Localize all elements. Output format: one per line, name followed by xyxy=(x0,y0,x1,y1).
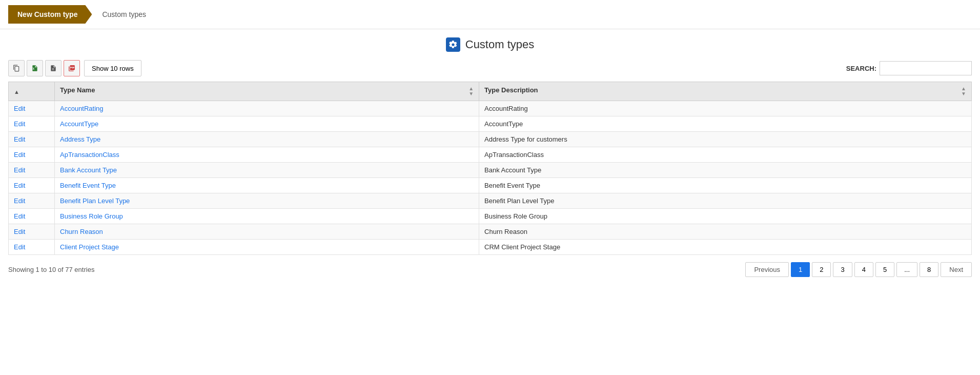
type-name-cell: AccountType xyxy=(55,116,479,132)
type-description-cell: AccountRating xyxy=(479,101,972,116)
pdf-button[interactable] xyxy=(64,60,80,76)
col-header-type-name[interactable]: Type Name ▲▼ xyxy=(55,82,479,101)
edit-cell: Edit xyxy=(9,132,55,147)
edit-link[interactable]: Edit xyxy=(14,166,25,174)
type-description-cell: Benefit Plan Level Type xyxy=(479,193,972,209)
table-header-row: ▲ Type Name ▲▼ Type Description ▲▼ xyxy=(9,82,972,101)
type-name-link[interactable]: Churn Reason xyxy=(60,228,103,235)
type-name-link[interactable]: Benefit Plan Level Type xyxy=(60,197,130,205)
table-row: EditAddress TypeAddress Type for custome… xyxy=(9,132,972,147)
next-button[interactable]: Next xyxy=(941,262,972,277)
col-header-type-description[interactable]: Type Description ▲▼ xyxy=(479,82,972,101)
table-container: ▲ Type Name ▲▼ Type Description ▲▼ EditA… xyxy=(0,82,980,255)
edit-cell: Edit xyxy=(9,101,55,116)
page-5-button[interactable]: 5 xyxy=(875,262,894,277)
type-name-cell: Benefit Plan Level Type xyxy=(55,193,479,209)
edit-link[interactable]: Edit xyxy=(14,197,25,205)
page-1-button[interactable]: 1 xyxy=(791,262,810,277)
edit-cell: Edit xyxy=(9,193,55,209)
type-description-cell: Address Type for customers xyxy=(479,132,972,147)
type-description-cell: CRM Client Project Stage xyxy=(479,240,972,255)
type-name-cell: AccountRating xyxy=(55,101,479,116)
type-name-link[interactable]: AccountType xyxy=(60,120,98,128)
edit-link[interactable]: Edit xyxy=(14,151,25,159)
edit-cell: Edit xyxy=(9,209,55,224)
type-name-link[interactable]: Business Role Group xyxy=(60,212,123,220)
page-title-area: Custom types xyxy=(0,29,980,57)
previous-button[interactable]: Previous xyxy=(745,262,789,277)
copy-button[interactable] xyxy=(8,60,25,76)
type-name-cell: Business Role Group xyxy=(55,209,479,224)
page-2-button[interactable]: 2 xyxy=(812,262,831,277)
type-description-cell: Bank Account Type xyxy=(479,163,972,178)
edit-cell: Edit xyxy=(9,240,55,255)
type-name-cell: Address Type xyxy=(55,132,479,147)
type-description-cell: Business Role Group xyxy=(479,209,972,224)
sort-arrows-type-desc: ▲▼ xyxy=(961,86,966,96)
search-input[interactable] xyxy=(880,61,972,75)
header: New Custom type Custom types xyxy=(0,0,980,29)
type-description-cell: Churn Reason xyxy=(479,224,972,240)
type-name-cell: ApTransactionClass xyxy=(55,147,479,163)
search-label: SEARCH: xyxy=(846,65,876,72)
edit-cell: Edit xyxy=(9,116,55,132)
edit-link[interactable]: Edit xyxy=(14,212,25,220)
table-row: EditChurn ReasonChurn Reason xyxy=(9,224,972,240)
footer: Showing 1 to 10 of 77 entries Previous 1… xyxy=(0,255,980,284)
type-description-cell: ApTransactionClass xyxy=(479,147,972,163)
toolbar: Show 10 rows SEARCH: xyxy=(0,57,980,80)
type-name-link[interactable]: Client Project Stage xyxy=(60,243,119,251)
table-row: EditAccountTypeAccountType xyxy=(9,116,972,132)
page-title: Custom types xyxy=(465,38,535,51)
breadcrumb: Custom types xyxy=(102,10,146,18)
table-row: EditAccountRatingAccountRating xyxy=(9,101,972,116)
edit-cell: Edit xyxy=(9,147,55,163)
edit-link[interactable]: Edit xyxy=(14,228,25,235)
edit-link[interactable]: Edit xyxy=(14,120,25,128)
edit-cell: Edit xyxy=(9,178,55,193)
table-body: EditAccountRatingAccountRatingEditAccoun… xyxy=(9,101,972,255)
edit-link[interactable]: Edit xyxy=(14,135,25,143)
col-header-actions: ▲ xyxy=(9,82,55,101)
table-row: EditClient Project StageCRM Client Proje… xyxy=(9,240,972,255)
type-name-link[interactable]: Address Type xyxy=(60,135,100,143)
page-8-button[interactable]: 8 xyxy=(920,262,938,277)
edit-cell: Edit xyxy=(9,163,55,178)
edit-link[interactable]: Edit xyxy=(14,182,25,189)
edit-cell: Edit xyxy=(9,224,55,240)
new-custom-type-button[interactable]: New Custom type xyxy=(8,5,92,24)
sort-arrows-type-name: ▲▼ xyxy=(468,86,474,96)
table-row: EditApTransactionClassApTransactionClass xyxy=(9,147,972,163)
type-name-cell: Bank Account Type xyxy=(55,163,479,178)
page-4-button[interactable]: 4 xyxy=(854,262,873,277)
page-3-button[interactable]: 3 xyxy=(833,262,852,277)
table-row: EditBusiness Role GroupBusiness Role Gro… xyxy=(9,209,972,224)
type-description-cell: AccountType xyxy=(479,116,972,132)
pagination: Previous 1 2 3 4 5 ... 8 Next xyxy=(745,262,972,277)
type-name-cell: Client Project Stage xyxy=(55,240,479,255)
settings-icon xyxy=(446,37,460,52)
type-description-cell: Benefit Event Type xyxy=(479,178,972,193)
type-name-cell: Benefit Event Type xyxy=(55,178,479,193)
table-row: EditBenefit Plan Level TypeBenefit Plan … xyxy=(9,193,972,209)
search-area: SEARCH: xyxy=(846,61,972,75)
col-type-name-label: Type Name xyxy=(60,86,95,94)
type-name-cell: Churn Reason xyxy=(55,224,479,240)
type-name-link[interactable]: ApTransactionClass xyxy=(60,151,119,159)
edit-link[interactable]: Edit xyxy=(14,105,25,112)
showing-text: Showing 1 to 10 of 77 entries xyxy=(8,266,94,273)
table-row: EditBank Account TypeBank Account Type xyxy=(9,163,972,178)
excel-button[interactable] xyxy=(27,60,43,76)
type-name-link[interactable]: Benefit Event Type xyxy=(60,182,116,189)
type-name-link[interactable]: Bank Account Type xyxy=(60,166,117,174)
custom-types-table: ▲ Type Name ▲▼ Type Description ▲▼ EditA… xyxy=(8,82,972,255)
show-rows-button[interactable]: Show 10 rows xyxy=(84,60,141,76)
col-type-desc-label: Type Description xyxy=(484,86,538,94)
table-row: EditBenefit Event TypeBenefit Event Type xyxy=(9,178,972,193)
type-name-link[interactable]: AccountRating xyxy=(60,105,104,112)
csv-button[interactable] xyxy=(45,60,62,76)
page-ellipsis-button: ... xyxy=(896,262,917,277)
edit-link[interactable]: Edit xyxy=(14,243,25,251)
